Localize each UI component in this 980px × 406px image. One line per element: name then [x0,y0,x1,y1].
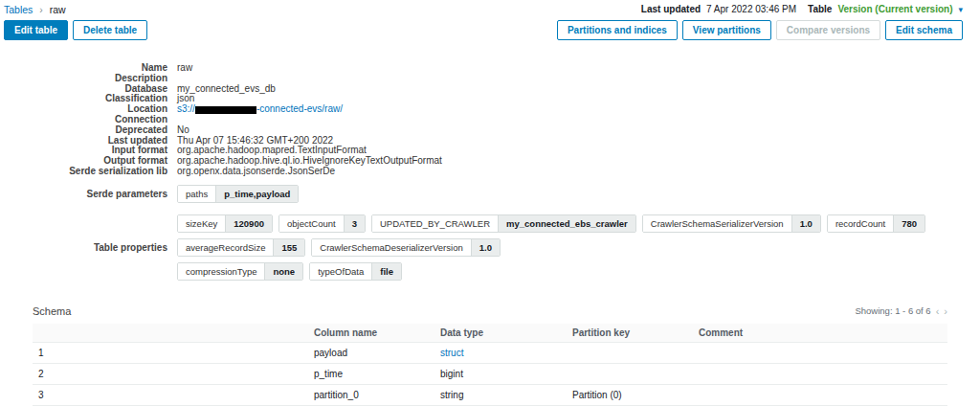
partition-key-cell: Partition (0) [567,384,693,405]
breadcrumb-tables-link[interactable]: Tables [4,4,33,15]
property-value: 780 [893,215,924,232]
property-key: UPDATED_BY_CRAWLER [372,215,498,232]
column-name-cell: partition_0 [308,384,434,405]
property-key: typeOfData [310,263,371,280]
chevron-down-icon[interactable]: ▾ [958,5,963,14]
partitions-and-indices-button[interactable]: Partitions and indices [557,20,678,40]
property-key: recordCount [828,215,893,232]
property-chip-updated-by-crawler: UPDATED_BY_CRAWLERmy_connected_ebs_crawl… [371,214,636,233]
struct-expand-link[interactable]: struct [440,348,463,358]
property-key: sizeKey [178,215,225,232]
edit-schema-button[interactable]: Edit schema [885,20,963,40]
partition-key-cell [567,363,693,384]
column-name-cell: payload [308,342,434,363]
property-chip-averagerecordsize: averageRecordSize155 [177,238,305,257]
schema-col-header-partition-key: Partition key [567,324,693,343]
comment-cell [693,342,947,363]
property-chip-compressiontype: compressionTypenone [177,262,303,281]
schema-table: Column nameData typePartition keyComment… [33,324,947,406]
schema-col-header-data-type: Data type [434,324,567,343]
detail-value: s3://-connected-evs/raw/ [177,104,343,115]
left-actions: Edit tableDelete table [4,20,147,40]
action-row: Edit tableDelete table Partitions and in… [0,15,980,40]
property-chip-objectcount: objectCount3 [278,214,366,233]
table-properties-chip-row: compressionTypenonetypeOfDatafile [177,262,980,281]
schema-section: Schema Showing: 1 - 6 of 6 ‹ › Column na… [0,305,980,406]
data-type-cell: string [434,384,567,405]
serde-parameters-label: Serde parameters [0,189,177,199]
compare-versions-button: Compare versions [776,20,880,40]
property-key: averageRecordSize [178,239,273,256]
property-value: file [371,263,401,280]
pagination-prev-icon[interactable]: ‹ [936,305,940,317]
property-key: paths [178,186,215,202]
table-properties-label: Table properties [0,242,177,253]
row-index: 2 [33,363,308,384]
schema-col-header-comment: Comment [693,324,947,343]
property-value: none [264,263,302,280]
s3-location-link[interactable]: s3://-connected-evs/raw/ [177,103,343,114]
property-value: 120900 [225,215,272,232]
breadcrumb-separator-icon: › [39,4,43,15]
header-meta: Last updated 7 Apr 2022 03:46 PM Table V… [641,4,963,14]
schema-table-body: 1payloadstruct2p_timebigint3partition_0s… [33,342,947,406]
property-chip-sizekey: sizeKey120900 [177,214,273,233]
redaction-box [195,106,256,114]
table-properties-chip-rows: sizeKey120900objectCount3UPDATED_BY_CRAW… [177,214,980,281]
schema-col-header-index [33,324,308,343]
breadcrumb: Tables › raw [4,4,66,15]
column-name-cell: p_time [308,363,434,384]
property-value: my_connected_ebs_crawler [498,215,635,232]
view-partitions-button[interactable]: View partitions [682,20,771,40]
table-properties-row: Table properties sizeKey120900objectCoun… [0,214,980,281]
schema-title: Schema [33,305,71,317]
last-updated-value: 7 Apr 2022 03:46 PM [706,4,796,14]
property-value: p_time,payload [215,186,298,202]
detail-label: Serde serialization lib [0,167,177,177]
serde-parameters-row: Serde parameters pathsp_time,payload [0,185,980,203]
property-value: 1.0 [471,239,500,256]
property-value: 3 [344,215,365,232]
property-value: 155 [273,239,304,256]
detail-value: No [177,125,189,136]
right-actions: Partitions and indicesView partitionsCom… [557,20,963,40]
delete-table-button[interactable]: Delete table [73,20,147,40]
property-key: objectCount [279,215,344,232]
edit-table-button[interactable]: Edit table [4,20,68,40]
serde-parameters-chips: pathsp_time,payload [177,185,299,203]
detail-label: Description [0,74,177,84]
property-chip-crawlerschemadeserializerversion: CrawlerSchemaDeserializerVersion1.0 [311,238,501,257]
property-chip-typeofdata: typeOfDatafile [309,262,402,281]
partition-key-cell [567,342,693,363]
schema-pagination: Showing: 1 - 6 of 6 ‹ › [855,305,947,317]
table-properties-chip-row: sizeKey120900objectCount3UPDATED_BY_CRAW… [177,214,980,257]
table-row: 1payloadstruct [33,342,947,363]
row-index: 3 [33,384,308,405]
breadcrumb-current: raw [50,4,66,15]
schema-header-row: Column nameData typePartition keyComment [33,324,947,343]
comment-cell [693,363,947,384]
table-row: 2p_timebigint [33,363,947,384]
detail-row-description: Description [0,74,980,84]
schema-col-header-column-name: Column name [308,324,434,343]
last-updated-label: Last updated [641,4,701,14]
table-details: NamerawDescriptionDatabasemy_connected_e… [0,63,980,177]
property-value: 1.0 [791,215,820,232]
table-row: 3partition_0stringPartition (0) [33,384,947,405]
detail-value: raw [177,63,192,74]
version-dropdown[interactable]: Version (Current version) [837,4,952,14]
detail-label: Deprecated [0,125,177,136]
schema-showing-text: Showing: 1 - 6 of 6 [855,305,930,316]
row-index: 1 [33,342,308,363]
table-label: Table [808,4,832,14]
pagination-next-icon[interactable]: › [944,305,947,317]
data-type-cell: bigint [434,363,567,384]
comment-cell [693,384,947,405]
property-chip-paths: pathsp_time,payload [177,185,299,203]
detail-value: org.openx.data.jsonserde.JsonSerDe [177,167,335,177]
property-chip-recordcount: recordCount780 [827,214,925,233]
property-key: compressionType [178,263,264,280]
detail-row-deprecated: DeprecatedNo [0,125,980,136]
property-chip-crawlerschemaserializerversion: CrawlerSchemaSerializerVersion1.0 [642,214,821,233]
property-key: CrawlerSchemaSerializerVersion [643,215,791,232]
